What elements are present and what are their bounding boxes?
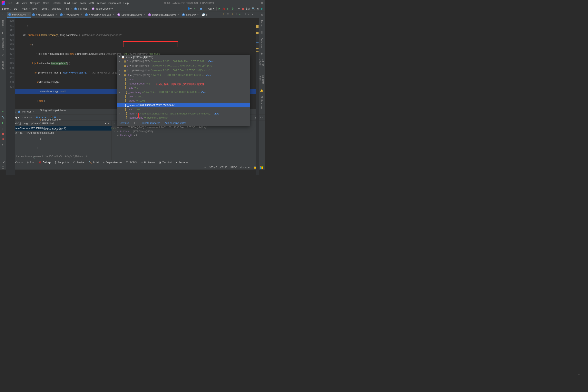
tab-ftputils[interactable]: CFTPUtils.java✕	[58, 12, 84, 18]
run-config-label: FTPUtil	[204, 7, 212, 10]
threads-icon[interactable]: ▭	[260, 116, 263, 119]
close-button[interactable]: ✕	[261, 2, 263, 4]
popup-field-_group[interactable]: f _group = "1001"	[117, 98, 250, 103]
maven-tool-label[interactable]: Maven	[260, 20, 263, 27]
tab-ftputil[interactable]: CFTPUtil.java✕	[7, 12, 30, 18]
nav-down-icon[interactable]: v	[252, 13, 253, 16]
main-menu: File Edit View Navigate Code Refactor Bu…	[8, 2, 129, 4]
minimize-button[interactable]: —	[249, 2, 252, 4]
structure-tool-label[interactable]: Structure	[2, 61, 4, 70]
tab-ftpclient[interactable]: CFTPClient.class✕	[30, 12, 58, 18]
menu-squaretest[interactable]: Squaretest	[108, 2, 121, 4]
menu-navigate[interactable]: Navigate	[30, 2, 40, 4]
breadcrumb-item[interactable]: main	[22, 7, 28, 10]
breadcrumb-item[interactable]: src	[14, 7, 17, 10]
user-icon[interactable]: 👤▾	[187, 7, 192, 10]
menu-file[interactable]: File	[8, 2, 12, 4]
breadcrumb-item[interactable]: example	[52, 7, 61, 10]
menu-window[interactable]: Window	[97, 2, 106, 4]
profile-button[interactable]: ⏱	[231, 7, 234, 10]
pause-button[interactable]: ‖	[2, 127, 4, 130]
breadcrumb: demo〉 src〉 main〉 java〉 com〉 example〉 uti…	[2, 7, 113, 10]
bookmarks-tool-label[interactable]: Bookmarks	[2, 38, 4, 50]
menu-code[interactable]: Code	[43, 2, 49, 4]
coverage-button[interactable]: ◐	[227, 7, 229, 10]
bigdata-tool-label[interactable]: Big Data Tools	[259, 75, 264, 85]
menu-view[interactable]: View	[22, 2, 27, 4]
translate-icon[interactable]: 文A	[246, 7, 250, 10]
view-breakpoints-icon[interactable]: ◉	[2, 138, 4, 140]
add-inline-watch-link[interactable]: Add as inline watch	[164, 122, 186, 124]
copilot-tool-icon[interactable]: ◉	[261, 52, 263, 55]
popup-array-item[interactable]: › ▦ 2 = {FTPFile@778} "-rw-rw-r-- 1 1001…	[117, 68, 250, 73]
tab-uploadstatus[interactable]: EUploadStatus.java✕	[116, 12, 146, 18]
stop-debug-button[interactable]	[2, 133, 4, 135]
tabs-dropdown-icon[interactable]: ⋮	[256, 13, 258, 16]
attach-button[interactable]: ⋯▾	[236, 7, 240, 10]
project-tool-label[interactable]: Project	[2, 20, 4, 28]
notifications-tool-icon[interactable]: 🔔	[260, 89, 263, 92]
minimize-panel-icon[interactable]: —	[260, 110, 263, 113]
debug-button[interactable]: 🐞	[222, 7, 225, 10]
plugin-icon[interactable]: ◗	[261, 7, 263, 10]
menu-help[interactable]: Help	[124, 2, 129, 4]
resume-button[interactable]	[2, 122, 4, 124]
project-tool-icon[interactable]: ▫	[2, 13, 4, 16]
set-value-link[interactable]: Set value	[119, 122, 129, 124]
app-logo-icon	[2, 1, 5, 5]
rerun-button[interactable]: ↻	[2, 110, 4, 113]
menu-run[interactable]: Run	[72, 2, 77, 4]
minimap[interactable]	[256, 24, 259, 175]
maximize-button[interactable]: ☐	[255, 2, 257, 4]
run-config-dropdown[interactable]: C FTPUtil ▾	[198, 7, 216, 11]
hammer-icon[interactable]: ↖	[194, 7, 196, 10]
breadcrumb-class[interactable]: FTPUtil	[78, 7, 87, 10]
tab-pom[interactable]: mpom.xml✕	[180, 12, 200, 18]
breadcrumb-method[interactable]: deleteDirectory	[96, 7, 113, 10]
structure-tool-icon[interactable]: ⌬	[2, 54, 4, 57]
popup-field-_type[interactable]: f _type = 0	[117, 78, 250, 82]
breadcrumb-root[interactable]: demo	[2, 7, 9, 10]
popup-array-item[interactable]: › ▦ 0 = {FTPFile@777} "-rw-rw-r-- 1 1001…	[117, 59, 250, 63]
modify-run-icon[interactable]: 🔧	[1, 116, 4, 119]
popup-array-item[interactable]: › ▦ 1 = {FTPFile@768} "drwxrwxr-x 2 1001…	[117, 63, 250, 68]
copilot-tool-label[interactable]: GitHub Copilot	[259, 59, 264, 69]
stop-button[interactable]	[242, 8, 244, 10]
run-button[interactable]	[218, 7, 220, 10]
breadcrumb-item[interactable]: util	[66, 7, 70, 10]
bookmarks-tool-icon[interactable]: ◧	[2, 31, 4, 34]
nav-up-icon[interactable]: ʌ	[248, 13, 250, 16]
menu-build[interactable]: Build	[64, 2, 70, 4]
debug-evaluate-popup: ˅📋 files = {FTPFile[4]@767} › ▦ 0 = {FTP…	[116, 55, 250, 126]
maven-tool-icon[interactable]: m	[261, 13, 263, 16]
popup-field-_user[interactable]: f _user = "1001"	[117, 94, 250, 98]
tab-ftplistall[interactable]: CFTPListAllFiles.java✕	[84, 12, 116, 18]
more-debug-icon[interactable]: »	[2, 143, 4, 146]
popup-field-_size[interactable]: f _size = 0	[117, 86, 250, 90]
settings-icon[interactable]: ⚙	[257, 7, 259, 10]
database-tool-icon[interactable]: 🗄	[260, 31, 263, 34]
breadcrumb-item[interactable]: com	[42, 7, 47, 10]
shortcut-label: F2	[134, 122, 137, 124]
popup-field-_name[interactable]: f _name = "新建 Microsoft Word 文档.docx"	[117, 103, 250, 108]
breadcrumb-item[interactable]: java	[32, 7, 37, 10]
warning-count: 62	[226, 13, 229, 16]
menu-tools[interactable]: Tools	[80, 2, 86, 4]
microsoft-logo-icon[interactable]	[260, 166, 263, 169]
popup-field-_rawListing[interactable]: › f _rawListing = "-rw-rw-r-- 1 1001 100…	[117, 90, 250, 94]
search-icon[interactable]: 🔍	[252, 7, 255, 10]
editor-inspections[interactable]: ⚠62 ⚠4 ✔14 ʌv	[222, 13, 253, 16]
close-tab-icon[interactable]: ✕	[27, 13, 29, 16]
menu-vcs[interactable]: VCS	[88, 2, 94, 4]
database-tool-label[interactable]: Database	[260, 38, 263, 48]
menu-edit[interactable]: Edit	[15, 2, 19, 4]
popup-field-_link[interactable]: f _link = null	[117, 108, 250, 112]
tab-more[interactable]: 📄d	[200, 12, 209, 18]
create-renderer-link[interactable]: Create renderer	[142, 122, 160, 124]
menu-refactor[interactable]: Refactor	[52, 2, 61, 4]
popup-array-item[interactable]: ˅ ▦ 3 = {FTPFile@779} "-rw-rw-r-- 1 1001…	[117, 73, 250, 78]
ok-icon: ✔	[239, 13, 241, 16]
notifications-tool-label[interactable]: Notifications	[260, 96, 263, 109]
tab-downloadstatus[interactable]: EDownloadStatus.java✕	[146, 12, 180, 18]
tool-windows-icon[interactable]: ◫	[2, 166, 4, 169]
